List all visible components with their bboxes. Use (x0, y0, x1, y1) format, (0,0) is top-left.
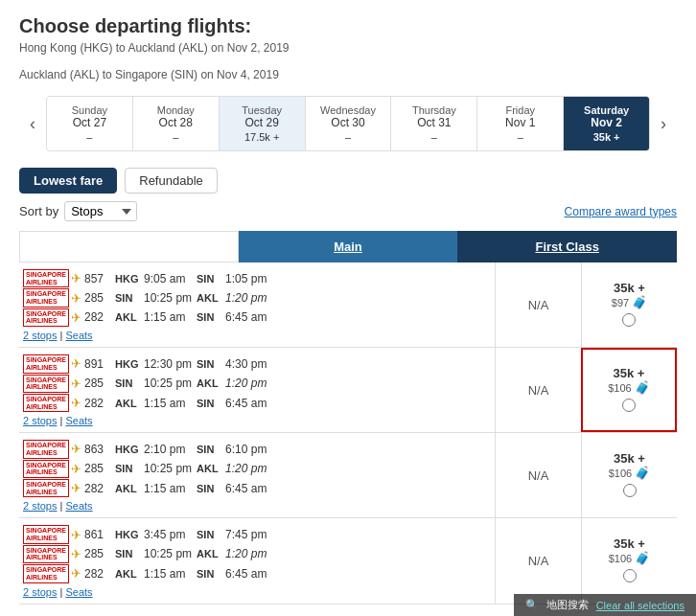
bird-icon: ✈ (71, 547, 81, 561)
arr-time: 6:45 am (225, 310, 267, 324)
bird-icon: ✈ (71, 310, 81, 325)
first-price-1[interactable]: 35k + $106 🧳 (581, 348, 677, 432)
date-cell-1[interactable]: Monday Oct 28 – (133, 97, 220, 150)
date-price: – (137, 131, 215, 143)
radio-container[interactable] (612, 313, 647, 330)
select-radio[interactable] (623, 484, 637, 497)
bag-icon: 🧳 (635, 466, 650, 480)
stops-line: 2 stops | Seats (23, 330, 491, 341)
bag-icon: 🧳 (632, 295, 647, 309)
seats-link[interactable]: Seats (65, 330, 92, 341)
compare-link[interactable]: Compare award types (565, 205, 677, 218)
bag-icon: 🧳 (635, 380, 650, 395)
day-name: Thursday (395, 104, 473, 116)
page-container: Choose departing flights: Hong Kong (HKG… (0, 0, 696, 616)
flight-number: 861 (84, 528, 115, 541)
bird-icon: ✈ (71, 528, 81, 542)
first-price-3[interactable]: 35k + $106 🧳 (581, 518, 677, 603)
date-price: 35k + (568, 131, 645, 143)
date-cell-6[interactable]: Saturday Nov 2 35k + (564, 97, 649, 150)
flight-line-3-2: SINGAPOREAIRLINES ✈ 282 AKL 1:15 am SIN … (23, 564, 491, 582)
stops-link[interactable]: 2 stops (23, 330, 57, 341)
airline-badge: SINGAPOREAIRLINES (23, 479, 69, 497)
stops-line: 2 stops | Seats (23, 415, 491, 426)
flight-line-2-1: SINGAPOREAIRLINES ✈ 285 SIN 10:25 pm AKL… (23, 460, 491, 478)
select-radio[interactable] (623, 569, 637, 582)
flight-number: 857 (84, 272, 115, 285)
date-cell-0[interactable]: Sunday Oct 27 – (47, 97, 133, 150)
bottom-bar: 🔍 地图搜索 Clear all selections (514, 594, 696, 616)
date-cell-5[interactable]: Friday Nov 1 – (477, 97, 564, 150)
dep-time: 1:15 am (144, 310, 197, 324)
date-cell-2[interactable]: Tuesday Oct 29 17.5k + (220, 97, 306, 150)
date-cell-3[interactable]: Wednesday Oct 30 – (306, 97, 392, 150)
dep-airport: SIN (115, 292, 144, 304)
seats-link[interactable]: Seats (65, 586, 92, 598)
sort-select[interactable]: Stops Price Duration (64, 201, 137, 221)
bag-icon: 🧳 (635, 551, 650, 565)
airline-badge: SINGAPOREAIRLINES (23, 269, 69, 287)
date-price: – (481, 131, 559, 143)
bottom-text: 地图搜索 (546, 598, 589, 612)
date-value: Oct 28 (137, 116, 215, 129)
arr-airport: SIN (197, 529, 225, 540)
stops-link[interactable]: 2 stops (23, 586, 57, 598)
main-price-1: N/A (495, 348, 581, 432)
date-price: – (310, 131, 387, 143)
flight-number: 891 (84, 357, 115, 371)
select-radio[interactable] (622, 313, 636, 327)
stops-link[interactable]: 2 stops (23, 415, 57, 426)
dep-airport: SIN (115, 377, 144, 389)
flight-number: 863 (84, 443, 115, 456)
day-name: Friday (481, 104, 559, 116)
day-name: Saturday (568, 104, 645, 116)
select-radio[interactable] (622, 399, 636, 412)
stops-line: 2 stops | Seats (23, 586, 491, 598)
flight-number: 285 (84, 291, 115, 305)
seats-link[interactable]: Seats (65, 500, 92, 512)
seats-link[interactable]: Seats (65, 415, 92, 426)
arr-airport: SIN (197, 398, 225, 409)
next-arrow[interactable]: › (650, 95, 677, 152)
date-value: Nov 1 (481, 116, 559, 129)
airline-badge: SINGAPOREAIRLINES (23, 354, 69, 373)
airline-badge: SINGAPOREAIRLINES (23, 308, 69, 327)
flight-line-0-0: SINGAPOREAIRLINES ✈ 857 HKG 9:05 am SIN … (23, 269, 491, 287)
first-price-0[interactable]: 35k + $97 🧳 (581, 262, 677, 347)
prev-arrow[interactable]: ‹ (19, 95, 46, 152)
stops-link[interactable]: 2 stops (23, 500, 57, 512)
table-header-row: Main First Class (19, 231, 677, 262)
flight-group-3: SINGAPOREAIRLINES ✈ 861 HKG 3:45 pm SIN … (19, 518, 677, 604)
date-cell-4[interactable]: Thursday Oct 31 – (391, 97, 477, 150)
flights-area: Main First Class SINGAPOREAIRLINES ✈ 857… (19, 231, 677, 605)
dep-airport: AKL (115, 311, 144, 323)
arr-airport: SIN (197, 444, 225, 455)
route1: Hong Kong (HKG) to Auckland (AKL) on Nov… (19, 41, 677, 55)
bird-icon: ✈ (71, 271, 81, 285)
main-na: N/A (528, 554, 549, 568)
tab-refundable[interactable]: Refundable (125, 168, 218, 194)
radio-container[interactable] (609, 484, 651, 500)
flight-line-1-2: SINGAPOREAIRLINES ✈ 282 AKL 1:15 am SIN … (23, 394, 491, 412)
day-name: Monday (137, 104, 215, 116)
radio-container[interactable] (608, 399, 650, 415)
bird-icon: ✈ (71, 566, 81, 581)
dep-time: 1:15 am (144, 482, 197, 495)
arr-airport: SIN (197, 311, 225, 323)
clear-all-link[interactable]: Clear all selections (596, 600, 684, 611)
main-content: Main First Class SINGAPOREAIRLINES ✈ 857… (19, 231, 677, 605)
bird-icon: ✈ (71, 462, 81, 476)
search-icon: 🔍 (525, 599, 539, 611)
first-price-2[interactable]: 35k + $106 🧳 (581, 433, 677, 517)
bird-icon: ✈ (71, 291, 81, 306)
flight-group-1: SINGAPOREAIRLINES ✈ 891 HKG 12:30 pm SIN… (19, 348, 677, 433)
tab-lowest-fare[interactable]: Lowest fare (19, 168, 117, 194)
first-price-box: 35k + $106 🧳 (609, 536, 651, 585)
dep-time: 3:45 pm (144, 528, 197, 541)
flight-line-1-0: SINGAPOREAIRLINES ✈ 891 HKG 12:30 pm SIN… (23, 354, 491, 373)
radio-container[interactable] (609, 569, 651, 585)
dep-time: 9:05 am (144, 272, 197, 285)
stops-line: 2 stops | Seats (23, 500, 491, 512)
first-cash: $106 🧳 (609, 466, 651, 480)
first-price-box: 35k + $97 🧳 (612, 281, 647, 330)
